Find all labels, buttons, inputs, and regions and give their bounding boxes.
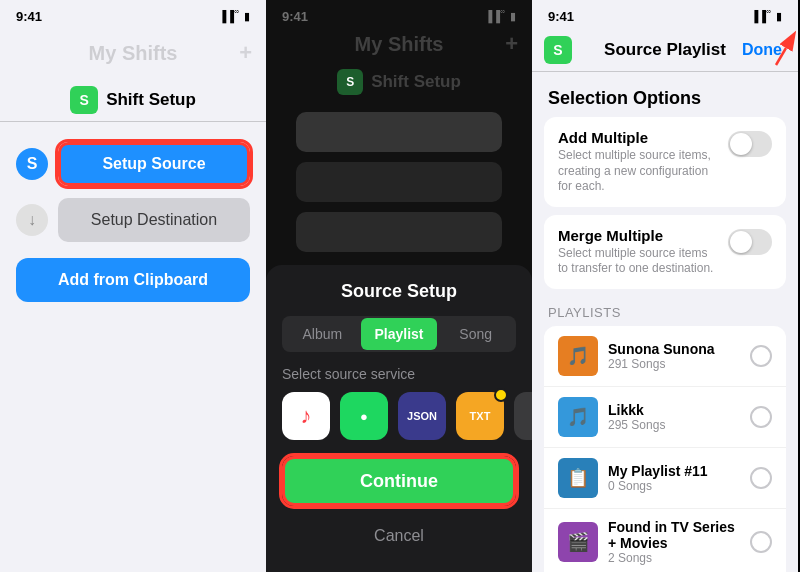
playlist-count-tv: 2 Songs bbox=[608, 551, 740, 565]
p2-status-icons: ▐▐ ᪲ ▮ bbox=[484, 10, 516, 23]
service-json[interactable]: JSON bbox=[398, 392, 446, 440]
p2-faded-dest bbox=[296, 162, 502, 202]
playlist-list: 🎵 Sunona Sunona 291 Songs 🎵 Likkk 295 So… bbox=[544, 326, 786, 572]
tab-album[interactable]: Album bbox=[284, 318, 361, 350]
sheet-title: Source Setup bbox=[282, 281, 516, 302]
p2-plus-faded: + bbox=[505, 31, 518, 57]
radio-myplaylist[interactable] bbox=[750, 467, 772, 489]
p3-app-icon: S bbox=[544, 36, 572, 64]
p2-nav-bar: S Shift Setup bbox=[266, 60, 532, 104]
service-spotify[interactable]: ● bbox=[340, 392, 388, 440]
merge-multiple-toggle[interactable] bbox=[728, 229, 772, 255]
source-icon-circle: S bbox=[16, 148, 48, 180]
playlist-name-myplaylist: My Playlist #11 bbox=[608, 463, 740, 479]
playlist-count-likkk: 295 Songs bbox=[608, 418, 740, 432]
nav-title-3: Source Playlist bbox=[604, 40, 726, 60]
merge-multiple-title: Merge Multiple bbox=[558, 227, 720, 244]
source-icon: S bbox=[27, 155, 38, 173]
playlist-art-tv: 🎬 bbox=[558, 522, 598, 562]
setup-destination-row: ↓ Setup Destination bbox=[16, 198, 250, 242]
playlist-info-myplaylist: My Playlist #11 0 Songs bbox=[608, 463, 740, 493]
source-setup-sheet: Source Setup Album Playlist Song Select … bbox=[266, 265, 532, 572]
p2-faded-source bbox=[296, 112, 502, 152]
app-icon-letter: S bbox=[79, 92, 88, 108]
merge-multiple-option: Merge Multiple Select multiple source it… bbox=[544, 215, 786, 289]
playlist-name-likkk: Likkk bbox=[608, 402, 740, 418]
p3-content: Selection Options Add Multiple Select mu… bbox=[532, 72, 798, 572]
playlist-info-tv: Found in TV Series + Movies 2 Songs bbox=[608, 519, 740, 565]
add-multiple-option: Add Multiple Select multiple source item… bbox=[544, 117, 786, 207]
nav-bar-1: S Shift Setup bbox=[0, 78, 266, 122]
playlist-count-myplaylist: 0 Songs bbox=[608, 479, 740, 493]
playlist-info-sunona: Sunona Sunona 291 Songs bbox=[608, 341, 740, 371]
add-multiple-title: Add Multiple bbox=[558, 129, 720, 146]
radio-likkk[interactable] bbox=[750, 406, 772, 428]
p2-faded-btns bbox=[266, 104, 532, 260]
status-icons-1: ▐▐ ᪲ ▮ bbox=[218, 10, 250, 23]
arrow-annotation bbox=[736, 20, 796, 70]
playlist-name-tv: Found in TV Series + Movies bbox=[608, 519, 740, 551]
add-multiple-toggle[interactable] bbox=[728, 131, 772, 157]
p2-nav-title: Shift Setup bbox=[371, 72, 461, 92]
setup-destination-button[interactable]: Setup Destination bbox=[58, 198, 250, 242]
playlist-art-sunona: 🎵 bbox=[558, 336, 598, 376]
radio-tv[interactable] bbox=[750, 531, 772, 553]
plus-icon-faded: + bbox=[239, 40, 252, 66]
p2-nav-area: 9:41 ▐▐ ᪲ ▮ My Shifts + S Shift Setup bbox=[266, 0, 532, 260]
panel-2: 9:41 ▐▐ ᪲ ▮ My Shifts + S Shift Setup So… bbox=[266, 0, 532, 572]
status-time-1: 9:41 bbox=[16, 9, 42, 24]
p2-signal-icon: ▐▐ bbox=[484, 10, 500, 23]
setup-source-button[interactable]: Setup Source bbox=[58, 142, 250, 186]
cancel-button[interactable]: Cancel bbox=[282, 516, 516, 556]
panel-3: 9:41 ▐▐ ᪲ ▮ S Source Playlist Done Selec… bbox=[532, 0, 798, 572]
playlist-item-tv[interactable]: 🎬 Found in TV Series + Movies 2 Songs bbox=[544, 509, 786, 572]
p2-faded-clipboard bbox=[296, 212, 502, 252]
my-shifts-faded: My Shifts + bbox=[0, 28, 266, 78]
service-apple[interactable]: ♪ bbox=[282, 392, 330, 440]
service-icons-row: ♪ ● JSON TXT + bbox=[282, 392, 516, 440]
playlist-name-sunona: Sunona Sunona bbox=[608, 341, 740, 357]
tab-song[interactable]: Song bbox=[437, 318, 514, 350]
playlist-info-likkk: Likkk 295 Songs bbox=[608, 402, 740, 432]
playlists-section-label: Playlists bbox=[532, 297, 798, 326]
p1-content: S Setup Source ↓ Setup Destination Add f… bbox=[0, 122, 266, 322]
svg-line-1 bbox=[776, 48, 786, 65]
merge-multiple-desc: Select multiple source items to transfer… bbox=[558, 246, 720, 277]
add-multiple-desc: Select multiple source items, creating a… bbox=[558, 148, 720, 195]
app-icon-1: S bbox=[70, 86, 98, 114]
status-time-3: 9:41 bbox=[548, 9, 574, 24]
destination-icon-circle: ↓ bbox=[16, 204, 48, 236]
p2-status-time: 9:41 bbox=[282, 9, 308, 24]
download-icon: ↓ bbox=[28, 211, 36, 229]
p2-battery-icon: ▮ bbox=[510, 10, 516, 23]
service-label: Select source service bbox=[282, 366, 516, 382]
p2-myshifts-faded: My Shifts + bbox=[266, 28, 532, 60]
playlist-item-likkk[interactable]: 🎵 Likkk 295 Songs bbox=[544, 387, 786, 448]
playlist-item-myplaylist[interactable]: 📋 My Playlist #11 0 Songs bbox=[544, 448, 786, 509]
radio-sunona[interactable] bbox=[750, 345, 772, 367]
panel-1: 9:41 ▐▐ ᪲ ▮ My Shifts + S Shift Setup S … bbox=[0, 0, 266, 572]
continue-button[interactable]: Continue bbox=[282, 456, 516, 506]
playlist-item-sunona[interactable]: 🎵 Sunona Sunona 291 Songs bbox=[544, 326, 786, 387]
tab-playlist[interactable]: Playlist bbox=[361, 318, 438, 350]
txt-badge bbox=[494, 388, 508, 402]
selection-options-header: Selection Options bbox=[532, 72, 798, 117]
sheet-tabs[interactable]: Album Playlist Song bbox=[282, 316, 516, 352]
add-from-clipboard-button[interactable]: Add from Clipboard bbox=[16, 258, 250, 302]
service-other[interactable]: + bbox=[514, 392, 532, 440]
playlist-art-likkk: 🎵 bbox=[558, 397, 598, 437]
p2-app-icon: S bbox=[337, 69, 363, 95]
battery-icon: ▮ bbox=[244, 10, 250, 23]
setup-source-row: S Setup Source bbox=[16, 142, 250, 186]
playlist-art-myplaylist: 📋 bbox=[558, 458, 598, 498]
nav-bar-3: S Source Playlist Done bbox=[532, 28, 798, 72]
status-bar-1: 9:41 ▐▐ ᪲ ▮ bbox=[0, 0, 266, 28]
nav-title-1: Shift Setup bbox=[106, 90, 196, 110]
signal-icon: ▐▐ bbox=[218, 10, 234, 22]
playlist-count-sunona: 291 Songs bbox=[608, 357, 740, 371]
service-txt[interactable]: TXT bbox=[456, 392, 504, 440]
p2-status-bar: 9:41 ▐▐ ᪲ ▮ bbox=[266, 0, 532, 28]
